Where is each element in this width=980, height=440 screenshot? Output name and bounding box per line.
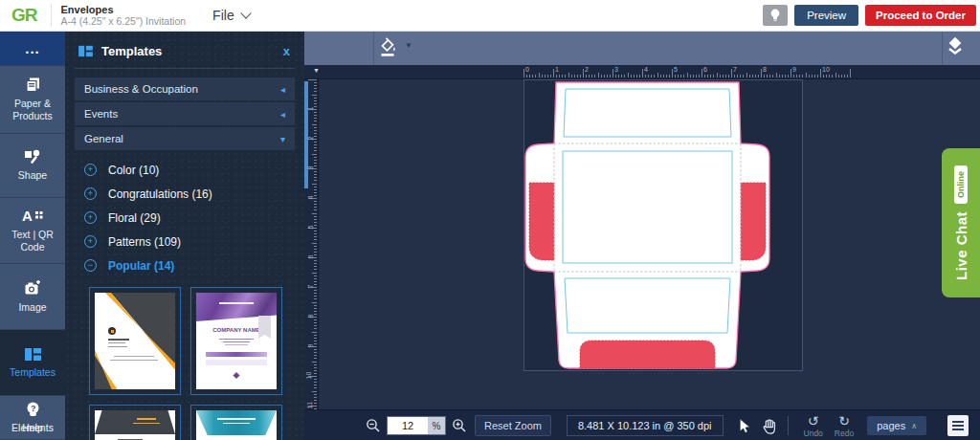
accordion-events[interactable]: Events ◂ xyxy=(75,102,295,125)
templates-panel: Templates x Business & Occupation ◂ Even… xyxy=(65,31,304,440)
template-thumbnail-3[interactable] xyxy=(89,405,181,440)
envelope-right-tab-red xyxy=(741,183,766,260)
chevron-left-icon: ◂ xyxy=(280,109,285,120)
redo-button[interactable]: ↻ Redo xyxy=(835,415,854,438)
lightbulb-icon xyxy=(768,8,782,23)
camera-icon xyxy=(24,280,41,297)
sidebar-item-text-qr[interactable]: A Text | QR Code xyxy=(0,198,65,264)
panel-divider xyxy=(75,68,295,69)
zoom-out-button[interactable] xyxy=(366,418,381,433)
sidebar-item-elements[interactable]: ? Help Elements xyxy=(0,396,65,440)
envelope-left-tab-red xyxy=(529,183,554,260)
panel-scrollbar-thumb[interactable] xyxy=(304,81,308,188)
plus-circle-icon: + xyxy=(84,211,97,224)
chevron-down-icon xyxy=(240,8,251,18)
envelope-outline xyxy=(525,82,769,368)
redo-icon: ↻ xyxy=(838,415,850,428)
close-icon[interactable]: x xyxy=(280,44,293,58)
templates-grid-icon xyxy=(25,347,41,362)
file-menu[interactable]: File xyxy=(212,8,250,23)
template-thumbnail-4[interactable] xyxy=(190,405,282,440)
category-congratulations[interactable]: + Congratulations (16) xyxy=(65,182,304,206)
sidebar-item-label: Templates xyxy=(10,366,56,379)
sidebar-item-templates[interactable]: Templates xyxy=(0,330,65,396)
sidebar-item-label: Elements xyxy=(3,422,62,434)
zoom-in-button[interactable] xyxy=(452,418,467,433)
file-menu-label: File xyxy=(212,8,234,23)
plus-circle-icon: + xyxy=(84,187,97,200)
templates-grid-icon xyxy=(78,45,93,57)
accordion-general[interactable]: General ▾ xyxy=(75,127,295,150)
fill-color-tool[interactable]: ▼ xyxy=(377,35,412,58)
svg-text:?: ? xyxy=(31,404,36,413)
chevron-down-icon: ▾ xyxy=(280,134,285,144)
percent-label: % xyxy=(428,417,445,434)
category-popular[interactable]: − Popular (14) xyxy=(65,253,304,277)
zoom-level-input[interactable] xyxy=(388,417,428,434)
tool-sidebar: ... Paper & Products Shape A Text | QR C… xyxy=(0,31,65,440)
hand-icon xyxy=(760,417,778,435)
layers-icon xyxy=(944,35,967,58)
zoom-in-icon xyxy=(452,418,467,433)
bottom-toolbar: % Reset Zoom 8.481 X 10.123 in @ 350 dpi… xyxy=(304,409,980,440)
proceed-to-order-button[interactable]: Proceed to Order xyxy=(865,5,976,26)
menu-button[interactable] xyxy=(947,415,969,436)
document-dimensions: 8.481 X 10.123 in @ 350 dpi xyxy=(567,415,724,436)
undo-icon: ↺ xyxy=(808,415,819,428)
select-tool-button[interactable] xyxy=(737,418,751,434)
cursor-arrow-icon xyxy=(737,418,751,434)
tips-button[interactable] xyxy=(763,5,788,26)
reset-zoom-button[interactable]: Reset Zoom xyxy=(475,415,551,436)
ruler-origin-marker: ▼ xyxy=(313,67,320,74)
thumb-logo-mark xyxy=(108,327,116,335)
zoom-out-icon xyxy=(366,418,381,433)
top-bar: GR Envelopes A-4 (4.25" x 6.25") Invitat… xyxy=(0,0,980,32)
chevron-down-icon[interactable]: ▼ xyxy=(405,41,412,50)
template-thumbnail-1[interactable] xyxy=(89,287,181,395)
envelope-dieline xyxy=(524,80,802,370)
pages-dropdown[interactable]: pages ∧ xyxy=(867,416,926,435)
sidebar-item-shape[interactable]: Shape xyxy=(0,134,65,198)
page-subtitle: A-4 (4.25" x 6.25") Invitation xyxy=(61,15,187,27)
sidebar-item-label: Image xyxy=(18,301,46,314)
plus-circle-icon: + xyxy=(84,235,97,248)
template-thumbnail-2[interactable]: COMPANY NAME xyxy=(190,287,282,395)
minus-circle-icon: − xyxy=(84,259,97,272)
category-patterns[interactable]: + Patterns (109) xyxy=(65,230,304,253)
plus-circle-icon: + xyxy=(84,164,97,176)
category-floral[interactable]: + Floral (29) xyxy=(65,206,304,230)
paint-bucket-icon xyxy=(377,35,398,58)
live-chat-button[interactable]: Online Live Chat xyxy=(942,148,980,297)
envelope-bottom-red xyxy=(580,341,715,368)
online-status-badge: Online xyxy=(954,165,968,204)
ruler-horizontal: ▼ 012345678910 xyxy=(304,65,980,79)
sidebar-item-label: Shape xyxy=(18,169,47,182)
live-chat-label: Live Chat xyxy=(953,211,969,280)
paper-stack-icon xyxy=(25,77,41,93)
sidebar-item-more[interactable]: ... xyxy=(0,31,65,66)
document-title-block: Envelopes A-4 (4.25" x 6.25") Invitation xyxy=(61,4,187,28)
preview-button[interactable]: Preview xyxy=(794,5,858,26)
sidebar-item-label: Text | QR Code xyxy=(3,229,62,253)
sidebar-item-paper-products[interactable]: Paper & Products xyxy=(0,66,65,134)
text-qr-icon: A xyxy=(22,209,43,224)
chevron-up-icon: ∧ xyxy=(911,422,917,430)
pan-tool-button[interactable] xyxy=(760,417,778,435)
panel-title: Templates xyxy=(101,44,280,58)
brand-logo[interactable]: GR xyxy=(11,5,37,26)
chevron-left-icon: ◂ xyxy=(280,84,285,95)
canvas-area[interactable]: 1234567891011 xyxy=(304,79,980,409)
accordion-business-occupation[interactable]: Business & Occupation ◂ xyxy=(75,77,295,100)
undo-button[interactable]: ↺ Undo xyxy=(804,415,823,438)
sidebar-item-label: Paper & Products xyxy=(3,98,62,121)
sidebar-item-image[interactable]: Image xyxy=(0,264,65,330)
shapes-icon xyxy=(24,149,41,165)
envelope-artboard[interactable] xyxy=(523,79,803,371)
svg-text:A: A xyxy=(22,209,33,224)
topbar-divider xyxy=(51,4,52,27)
layers-button[interactable] xyxy=(944,35,967,62)
help-head-icon: ? xyxy=(25,401,41,417)
canvas-toolbar: ▼ xyxy=(304,31,980,65)
page-title: Envelopes xyxy=(61,4,187,16)
category-color[interactable]: + Color (10) xyxy=(65,158,304,182)
